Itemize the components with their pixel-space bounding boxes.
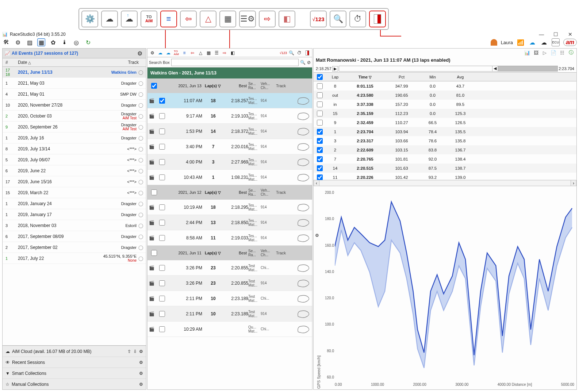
session-row[interactable]: 🎬3:26 PM232:20.855TestMat...Chi... [147, 260, 312, 276]
session-checkbox[interactable] [159, 144, 165, 150]
manual-settings-icon[interactable]: ⚙ [139, 382, 143, 387]
mini-config-icon[interactable]: ☰ [213, 50, 220, 56]
play-start-icon[interactable]: ▶ [332, 66, 338, 72]
session-row[interactable]: 🎬10:19 AM182:18.295Tes...Mat...914 [147, 200, 312, 215]
session-row[interactable]: 🎬3:40 PM72:20.016Tes...Mat...914 [147, 139, 312, 154]
search-icon[interactable]: 🔍 [300, 60, 306, 65]
wrench-icon[interactable]: 🛠 [2, 38, 10, 46]
session-row[interactable]: 🎬2:44 PM132:18.850Tes...Mat...914 [147, 215, 312, 230]
laps-check-all[interactable] [317, 74, 323, 80]
recent-settings-icon[interactable]: ⚙ [139, 360, 143, 365]
day-laps-header[interactable]: Lap(s) [204, 84, 222, 88]
session-checkbox[interactable] [159, 280, 165, 286]
export-icon[interactable]: ⇨ [259, 11, 276, 27]
laps-table-body[interactable]: 88:01.115347.990.043.7out4:23.580190.650… [314, 81, 576, 180]
session-checkbox[interactable] [159, 98, 165, 104]
session-checkbox[interactable] [159, 311, 165, 317]
cloud-storage-row[interactable]: ☁ AiM Cloud (avail. 16.07 MB of 20.00 MB… [3, 346, 146, 357]
day-best-header[interactable]: Best [222, 190, 248, 195]
close-button[interactable]: ✕ [564, 31, 577, 38]
col-pct-header[interactable]: Pct [385, 75, 418, 79]
event-row[interactable]: 22020, October 03DragsterAiM Test◯ [3, 111, 146, 122]
color-grid-icon[interactable]: ▦ [219, 11, 236, 27]
mini-cloud-up-icon[interactable]: ☁ [165, 50, 172, 56]
day-laps-header[interactable]: Lap(s) [204, 190, 222, 195]
wifi-icon[interactable]: 📶 [517, 38, 525, 46]
ecu-icon[interactable]: ECU [552, 38, 560, 46]
session-row[interactable]: 🎬8:58 AM112:19.033Tes...Mat...914 [147, 230, 312, 246]
module-icon[interactable]: ◎ [72, 38, 80, 46]
mini-back-icon[interactable]: ⇦ [189, 50, 196, 56]
mini-to-aim-icon[interactable]: TOAiM [173, 50, 180, 56]
inspect-icon[interactable]: 🔍 [330, 11, 346, 27]
layers-icon[interactable]: ☷ [559, 49, 565, 56]
event-row[interactable]: 12019, January 17Dragster◯ [3, 209, 146, 220]
layers-3-icon[interactable]: ▦ [37, 38, 45, 46]
puzzle-icon[interactable]: ✿ [49, 38, 57, 46]
session-checkbox[interactable] [159, 220, 165, 226]
session-checkbox[interactable] [159, 235, 165, 241]
events-list[interactable]: 17 182021, June 11/13Watkins Glen◯12021,… [3, 67, 146, 345]
mini-cloud-down-icon[interactable]: ☁ [157, 50, 164, 56]
session-checkbox[interactable] [159, 113, 165, 119]
lap-checkbox[interactable] [317, 147, 323, 153]
settings-gear-icon[interactable]: ⚙️ [81, 11, 98, 27]
cloud-up-icon[interactable]: ☁︎↑ [121, 11, 138, 27]
col-time-header[interactable]: Time [345, 75, 385, 79]
list-view-button[interactable]: ≡ [160, 11, 177, 27]
session-row[interactable]: 🎬3:26 PM232:20.855TestMat...914 [147, 276, 312, 291]
doc-icon[interactable]: 📄 [550, 49, 557, 56]
event-row[interactable]: 12017, July 2245.515°N, 9.355°ENone◯ [3, 253, 146, 264]
eraser-icon[interactable]: ◧ [279, 11, 295, 27]
mini-split-icon[interactable] [304, 50, 311, 56]
smart-settings-icon[interactable]: ⚙ [139, 371, 143, 376]
mini-stopwatch-icon[interactable]: ⏱ [296, 50, 303, 56]
layers-2-icon[interactable]: ▨ [26, 38, 34, 46]
event-row[interactable]: 22017, September 02Dragster◯ [3, 242, 146, 253]
day-checkbox[interactable] [151, 250, 157, 256]
play-end-icon[interactable]: ◀ [492, 66, 498, 71]
col-min-header[interactable]: Min [418, 75, 447, 79]
col-lap-header[interactable]: Lap [325, 75, 345, 79]
scroll-left-icon[interactable]: ‹ [314, 180, 319, 186]
lap-row[interactable]: 92:32.459110.2766.5126.5 [314, 118, 576, 127]
lap-row[interactable]: in3:37.338157.200.089.5 [314, 100, 576, 109]
event-row[interactable]: 32018, November 03Estoril◯ [3, 220, 146, 231]
event-row[interactable]: 102020, November 27/28Dragster◯ [3, 100, 146, 111]
event-row[interactable]: 82019, July 13/14<***>◯ [3, 143, 146, 154]
event-row[interactable]: 12021, May 03Dragster◯ [3, 78, 146, 89]
col-avg-header[interactable]: Avg [447, 75, 473, 79]
sessions-list[interactable]: 2021, Jun 13Lap(s)BestSe...Ra...Veh...Ch… [147, 78, 312, 389]
cloud-down-icon[interactable]: ☁︎ [101, 11, 118, 27]
session-row[interactable]: 🎬10:43 AM11:08.231Tes...Mat...914 [147, 170, 312, 185]
info-icon[interactable]: ⓘ [568, 49, 574, 56]
minimize-button[interactable]: — [535, 31, 548, 38]
lap-row[interactable]: 152:35.159112.230.0125.3 [314, 109, 576, 118]
cloud-icon[interactable]: ☁ [540, 38, 548, 46]
session-checkbox[interactable] [159, 204, 165, 210]
lap-checkbox[interactable] [317, 92, 323, 98]
lap-checkbox[interactable] [317, 174, 323, 180]
lap-row[interactable]: 142:20.515101.6387.5138.7 [314, 164, 576, 173]
col-num-header[interactable]: # [3, 60, 16, 65]
session-checkbox[interactable] [159, 159, 165, 165]
lap-checkbox[interactable] [317, 83, 323, 89]
mini-peak-icon[interactable]: △ [197, 50, 204, 56]
session-row[interactable]: 🎬11:07 AM182:18.257Tes...Mat...914 [147, 93, 312, 108]
session-checkbox[interactable] [159, 174, 165, 180]
event-row[interactable]: 42021, May 01SMP DW◯ [3, 89, 146, 100]
events-settings-icon[interactable]: ⚙ [136, 49, 144, 57]
session-checkbox[interactable] [159, 326, 165, 332]
session-row[interactable]: 🎬9:17 AM162:19.103Tes...Mat...914 [147, 108, 312, 124]
lap-checkbox[interactable] [317, 129, 323, 135]
manual-collections-row[interactable]: ☆ Manual Collections ⚙ [3, 378, 146, 389]
event-row[interactable]: 17 182021, June 11/13Watkins Glen◯ [3, 67, 146, 78]
session-checkbox[interactable] [159, 296, 165, 301]
photo-icon[interactable]: 🖼 [533, 49, 539, 56]
session-row[interactable]: 🎬2:11 PM102:23.189TestMat...914 [147, 306, 312, 322]
day-laps-header[interactable]: Lap(s) [204, 251, 222, 255]
math-channel-icon[interactable]: √123 [310, 11, 327, 27]
event-row[interactable]: 62017, September 08/09Dragster◯ [3, 231, 146, 242]
search-input[interactable] [171, 59, 299, 66]
event-row[interactable]: 92020, September 26DragsterAiM Test◯ [3, 122, 146, 132]
